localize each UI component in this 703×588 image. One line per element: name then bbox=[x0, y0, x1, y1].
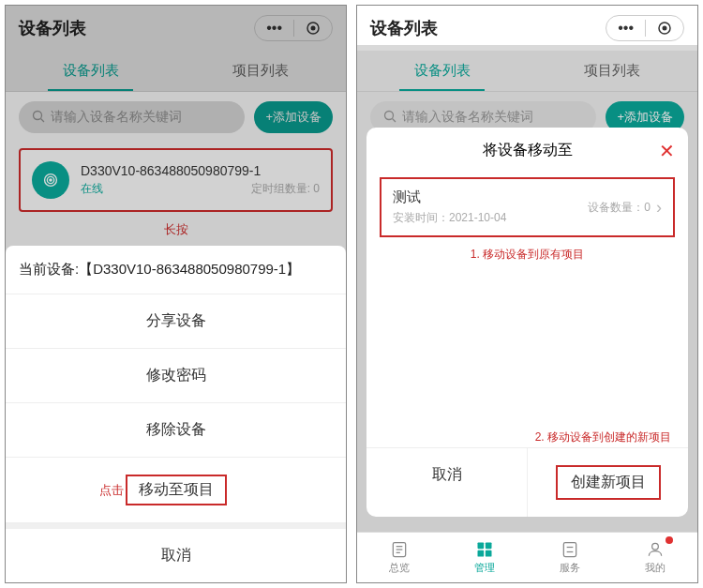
bottom-nav: 总览 管理 服务 我的 bbox=[357, 532, 697, 582]
create-label: 创建新项目 bbox=[556, 465, 661, 500]
header: 设备列表 ••• bbox=[6, 6, 346, 51]
sheet-title: 当前设备:【D330V10-863488050980799-1】 bbox=[6, 246, 346, 294]
svg-rect-15 bbox=[478, 550, 485, 557]
svg-point-2 bbox=[34, 111, 42, 119]
project-name: 测试 bbox=[393, 188, 588, 206]
annotation-longpress: 长按 bbox=[6, 218, 346, 242]
chevron-right-icon: › bbox=[656, 198, 662, 218]
svg-rect-17 bbox=[563, 543, 576, 557]
device-card[interactable]: D330V10-863488050980799-1 在线 定时组数量: 0 bbox=[19, 148, 333, 212]
mini-program-capsule[interactable]: ••• bbox=[254, 15, 333, 41]
modal-cancel-button[interactable]: 取消 bbox=[366, 448, 527, 517]
install-date: 2021-10-04 bbox=[449, 211, 506, 224]
more-icon[interactable]: ••• bbox=[606, 16, 645, 40]
device-meta: 定时组数量: 0 bbox=[251, 181, 320, 197]
nav-service[interactable]: 服务 bbox=[528, 533, 613, 582]
search-row: 请输入设备名称关键词 +添加设备 bbox=[6, 92, 346, 143]
nav-label: 服务 bbox=[560, 561, 580, 575]
nav-label: 总览 bbox=[389, 561, 410, 575]
search-input[interactable]: 请输入设备名称关键词 bbox=[19, 101, 245, 133]
modal-title: 将设备移动至 bbox=[483, 141, 573, 160]
search-icon bbox=[383, 110, 396, 126]
tab-devices[interactable]: 设备列表 bbox=[6, 51, 176, 91]
target-icon[interactable] bbox=[646, 17, 683, 39]
search-icon bbox=[32, 110, 45, 126]
sheet-move-label: 移动至项目 bbox=[126, 475, 227, 505]
svg-line-3 bbox=[41, 118, 45, 122]
sheet-remove[interactable]: 移除设备 bbox=[6, 403, 346, 458]
action-sheet: 当前设备:【D330V10-863488050980799-1】 分享设备 修改… bbox=[6, 246, 346, 582]
project-count: 设备数量：0 bbox=[588, 200, 651, 216]
svg-point-20 bbox=[651, 543, 658, 550]
overview-icon bbox=[390, 540, 409, 559]
wifi-icon bbox=[32, 161, 69, 199]
nav-overview[interactable]: 总览 bbox=[357, 533, 442, 582]
screen-left: 设备列表 ••• 设备列表 项目列表 请输入设备名称关键词 +添加设备 D330… bbox=[5, 5, 347, 583]
page-title: 设备列表 bbox=[370, 17, 438, 39]
target-icon[interactable] bbox=[294, 17, 332, 39]
page-title: 设备列表 bbox=[19, 17, 86, 39]
svg-point-7 bbox=[385, 111, 394, 119]
svg-rect-13 bbox=[478, 543, 485, 550]
project-meta: 安装时间：2021-10-04 bbox=[393, 210, 588, 226]
nav-mine[interactable]: 我的 bbox=[612, 533, 697, 582]
screen-right: 设备列表 ••• 设备列表 项目列表 请输入设备名称关键词 +添加设备 将设备移… bbox=[356, 5, 698, 583]
svg-rect-14 bbox=[486, 543, 492, 550]
tab-projects[interactable]: 项目列表 bbox=[528, 51, 698, 91]
notification-dot-icon bbox=[666, 536, 673, 544]
svg-line-8 bbox=[393, 118, 396, 122]
annotation-click: 点击 bbox=[99, 482, 124, 499]
svg-point-6 bbox=[663, 26, 667, 31]
device-info: D330V10-863488050980799-1 在线 定时组数量: 0 bbox=[81, 163, 320, 197]
modal-footer: 2. 移动设备到创建的新项目 取消 创建新项目 bbox=[366, 430, 688, 517]
modal-create-button[interactable]: 创建新项目 bbox=[527, 448, 688, 517]
move-device-modal: 将设备移动至 ✕ 测试 安装时间：2021-10-04 设备数量：0 › 1. … bbox=[366, 128, 688, 517]
sheet-cancel[interactable]: 取消 bbox=[6, 523, 346, 582]
more-icon[interactable]: ••• bbox=[255, 16, 293, 40]
header: 设备列表 ••• bbox=[357, 6, 697, 51]
svg-rect-16 bbox=[486, 550, 492, 557]
mini-program-capsule[interactable]: ••• bbox=[606, 15, 684, 41]
device-status: 在线 bbox=[81, 181, 103, 197]
nav-manage[interactable]: 管理 bbox=[442, 533, 528, 582]
device-name: D330V10-863488050980799-1 bbox=[81, 163, 320, 178]
install-label: 安装时间： bbox=[393, 211, 449, 224]
manage-icon bbox=[475, 540, 494, 559]
sheet-share[interactable]: 分享设备 bbox=[6, 294, 346, 349]
modal-header: 将设备移动至 ✕ bbox=[366, 128, 688, 173]
sheet-move[interactable]: 点击 移动至项目 bbox=[6, 458, 346, 523]
annotation-2: 2. 移动设备到创建的新项目 bbox=[366, 430, 688, 447]
service-icon bbox=[561, 540, 579, 559]
tabs: 设备列表 项目列表 bbox=[357, 51, 697, 92]
search-placeholder: 请输入设备名称关键词 bbox=[51, 109, 182, 126]
tab-projects[interactable]: 项目列表 bbox=[176, 51, 347, 91]
project-info: 测试 安装时间：2021-10-04 bbox=[393, 188, 588, 226]
add-device-button[interactable]: +添加设备 bbox=[254, 101, 333, 133]
close-icon[interactable]: ✕ bbox=[659, 140, 675, 162]
nav-label: 管理 bbox=[474, 561, 495, 575]
tabs: 设备列表 项目列表 bbox=[6, 51, 346, 92]
annotation-1: 1. 移动设备到原有项目 bbox=[366, 241, 688, 268]
svg-point-1 bbox=[311, 26, 316, 31]
project-row[interactable]: 测试 安装时间：2021-10-04 设备数量：0 › bbox=[380, 177, 675, 237]
tab-devices[interactable]: 设备列表 bbox=[357, 51, 528, 91]
nav-label: 我的 bbox=[645, 561, 666, 575]
search-placeholder: 请输入设备名称关键词 bbox=[402, 109, 533, 126]
sheet-change-password[interactable]: 修改密码 bbox=[6, 349, 346, 403]
person-icon bbox=[646, 540, 665, 559]
svg-point-4 bbox=[49, 178, 52, 182]
